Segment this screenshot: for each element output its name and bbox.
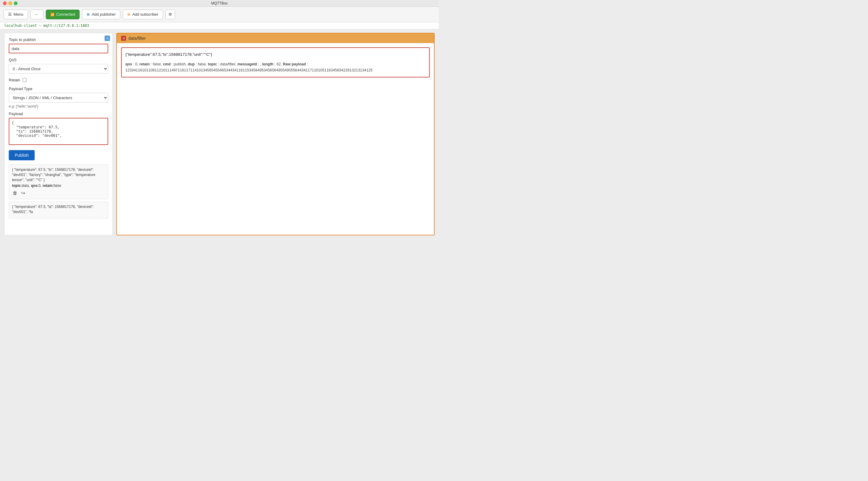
close-icon xyxy=(106,36,108,40)
retain-group: Retain xyxy=(9,78,108,82)
signal-icon xyxy=(50,12,55,17)
topic-label: Topic to publish xyxy=(9,37,108,42)
history-resend-button[interactable]: 🗑 xyxy=(12,190,18,196)
qos-group: QoS 0 - Almost Once 1 - At Least Once 2 … xyxy=(9,58,108,73)
payload-label: Payload xyxy=(9,111,108,116)
subscriber-title: data/filter xyxy=(128,36,146,41)
connected-label: Connected xyxy=(56,12,75,17)
back-button[interactable] xyxy=(30,10,43,19)
settings-button[interactable] xyxy=(165,10,175,19)
retain-label: Retain xyxy=(9,78,20,82)
payload-type-label: Payload Type xyxy=(9,87,108,91)
toolbar: Menu Connected Add publisher Add subscri… xyxy=(0,7,439,22)
add-subscriber-button[interactable]: Add subscriber xyxy=(123,10,163,19)
gear-icon xyxy=(168,12,172,17)
menu-icon xyxy=(8,12,12,17)
back-icon xyxy=(35,12,39,17)
retain-checkbox[interactable] xyxy=(23,78,27,82)
history-item-text: { "temperature": 67.5, "ts": 1568817178,… xyxy=(12,167,105,182)
connection-bar: localhub-client – mqtt://127.0.0.1:1883 xyxy=(0,22,439,29)
message-meta: qos : 0, retain : false, cmd : publish, … xyxy=(125,61,426,73)
subscriber-message-box: {"temperature":67.5,"ts":1568817178,"uni… xyxy=(121,47,430,77)
history-item: { "temperature": 67.5, "ts": 1568817178,… xyxy=(9,165,108,199)
add-publisher-button[interactable]: Add publisher xyxy=(82,10,120,19)
history-copy-button[interactable]: ↪ xyxy=(21,190,26,196)
traffic-lights xyxy=(3,1,18,5)
history-item: { "temperature": 67.5, "ts": 1568817178,… xyxy=(9,202,108,219)
menu-label: Menu xyxy=(13,12,24,17)
payload-type-select[interactable]: Strings / JSON / XML / Characters Number… xyxy=(9,93,108,102)
maximize-button[interactable] xyxy=(14,1,18,5)
payload-textarea[interactable]: { "temperature": 67.5, "ts": 1568817178,… xyxy=(9,118,108,145)
title-bar: MQTTBox xyxy=(0,0,439,7)
menu-button[interactable]: Menu xyxy=(4,10,28,19)
add-subscriber-icon xyxy=(127,12,130,17)
history-item-meta: topic:data, qos:0, retain:false xyxy=(12,184,105,188)
window-title: MQTTBox xyxy=(211,1,228,5)
payload-group: Payload { "temperature": 67.5, "ts": 156… xyxy=(9,111,108,146)
main-content: Topic to publish QoS 0 - Almost Once 1 -… xyxy=(0,29,439,239)
publish-label: Publish xyxy=(15,153,29,158)
publisher-panel: Topic to publish QoS 0 - Almost Once 1 -… xyxy=(4,33,113,235)
qos-label: QoS xyxy=(9,58,108,62)
topic-group: Topic to publish xyxy=(9,37,108,53)
subscriber-header: ✕ data/filter xyxy=(117,33,434,43)
close-icon: ✕ xyxy=(122,36,125,40)
history-actions: 🗑 ↪ xyxy=(12,190,105,196)
minimize-button[interactable] xyxy=(8,1,12,5)
add-publisher-label: Add publisher xyxy=(92,12,116,17)
qos-select[interactable]: 0 - Almost Once 1 - At Least Once 2 - Ex… xyxy=(9,64,108,73)
connection-text: localhub-client – mqtt://127.0.0.1:1883 xyxy=(4,24,89,28)
subscriber-panel: ✕ data/filter {"temperature":67.5,"ts":1… xyxy=(116,33,435,235)
subscriber-body: {"temperature":67.5,"ts":1568817178,"uni… xyxy=(117,43,434,235)
add-subscriber-label: Add subscriber xyxy=(132,12,158,17)
message-json: {"temperature":67.5,"ts":1568817178,"uni… xyxy=(125,52,426,58)
payload-hint: e.g: {'hello':'world'} xyxy=(9,104,108,108)
connected-button[interactable]: Connected xyxy=(46,10,80,19)
add-publisher-icon xyxy=(87,12,90,17)
close-button[interactable] xyxy=(3,1,7,5)
history-item-text: { "temperature": 67.5, "ts": 1568817178,… xyxy=(12,204,105,215)
subscriber-close-button[interactable]: ✕ xyxy=(121,36,126,41)
payload-type-group: Payload Type Strings / JSON / XML / Char… xyxy=(9,87,108,102)
topic-input[interactable] xyxy=(9,44,108,53)
publish-button[interactable]: Publish xyxy=(9,150,35,160)
publisher-close-button[interactable] xyxy=(104,36,110,41)
